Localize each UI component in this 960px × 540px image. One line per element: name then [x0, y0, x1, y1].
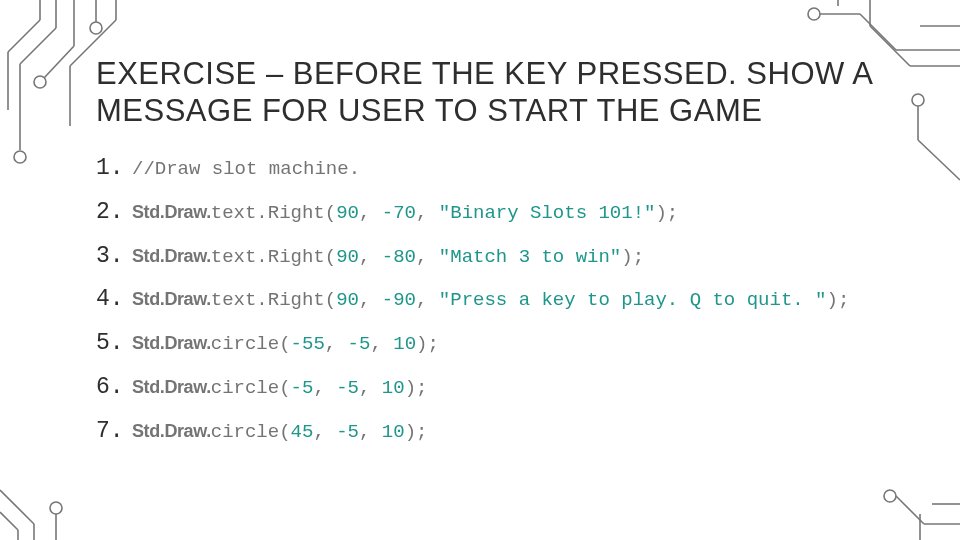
code-call: Std.Draw. — [132, 282, 211, 316]
svg-point-8 — [90, 22, 102, 34]
code-arg: -5 — [336, 370, 359, 406]
line-number: 4. — [96, 278, 132, 322]
code-arg: 45 — [291, 414, 314, 450]
slide: EXERCISE – BEFORE THE KEY PRESSED. SHOW … — [0, 0, 960, 540]
line-number: 1. — [96, 147, 132, 191]
code-string: "Match 3 to win" — [439, 239, 621, 275]
code-line-7: 7. Std.Draw. circle( 45 , -5 , 10 ); — [96, 410, 920, 454]
code-line-1: 1. //Draw slot machine. — [96, 147, 920, 191]
content-area: EXERCISE – BEFORE THE KEY PRESSED. SHOW … — [96, 55, 920, 453]
svg-point-33 — [884, 490, 896, 502]
code-fn: circle( — [211, 414, 291, 450]
code-comment: //Draw slot machine. — [132, 151, 360, 187]
svg-point-31 — [50, 502, 62, 514]
svg-point-3 — [14, 151, 26, 163]
code-line-2: 2. Std.Draw. text.Right( 90 , -70 , "Bin… — [96, 191, 920, 235]
code-arg: -5 — [291, 370, 314, 406]
code-line-3: 3. Std.Draw. text.Right( 90 , -80 , "Mat… — [96, 235, 920, 279]
svg-line-26 — [918, 140, 960, 180]
line-number: 6. — [96, 366, 132, 410]
code-string: "Press a key to play. Q to quit. " — [439, 282, 827, 318]
code-arg: -55 — [291, 326, 325, 362]
code-fn: text.Right( — [211, 239, 336, 275]
code-line-6: 6. Std.Draw. circle( -5 , -5 , 10 ); — [96, 366, 920, 410]
code-arg: -5 — [348, 326, 371, 362]
code-fn: text.Right( — [211, 195, 336, 231]
line-number: 2. — [96, 191, 132, 235]
code-arg: -80 — [382, 239, 416, 275]
code-call: Std.Draw. — [132, 370, 211, 404]
decoration-bottom-right — [860, 460, 960, 540]
code-arg: -70 — [382, 195, 416, 231]
code-arg: 90 — [336, 282, 359, 318]
code-arg: 10 — [393, 326, 416, 362]
code-arg: 90 — [336, 195, 359, 231]
code-arg: -5 — [336, 414, 359, 450]
line-number: 5. — [96, 322, 132, 366]
slide-title: EXERCISE – BEFORE THE KEY PRESSED. SHOW … — [96, 55, 920, 129]
svg-line-13 — [8, 20, 40, 52]
svg-line-1 — [20, 28, 56, 64]
code-call: Std.Draw. — [132, 414, 211, 448]
code-list: 1. //Draw slot machine. 2. Std.Draw. tex… — [96, 147, 920, 453]
svg-line-27 — [0, 490, 34, 524]
svg-point-6 — [34, 76, 46, 88]
line-number: 7. — [96, 410, 132, 454]
code-arg: -90 — [382, 282, 416, 318]
code-call: Std.Draw. — [132, 195, 211, 229]
code-call: Std.Draw. — [132, 239, 211, 273]
svg-point-15 — [808, 8, 820, 20]
code-call: Std.Draw. — [132, 326, 211, 360]
code-arg: 90 — [336, 239, 359, 275]
svg-line-29 — [0, 512, 18, 530]
code-line-5: 5. Std.Draw. circle( -55 , -5 , 10 ); — [96, 322, 920, 366]
code-fn: text.Right( — [211, 282, 336, 318]
code-fn: circle( — [211, 370, 291, 406]
code-arg: 10 — [382, 370, 405, 406]
code-fn: circle( — [211, 326, 291, 362]
code-arg: 10 — [382, 414, 405, 450]
code-string: "Binary Slots 101!" — [439, 195, 656, 231]
line-number: 3. — [96, 235, 132, 279]
code-line-4: 4. Std.Draw. text.Right( 90 , -90 , "Pre… — [96, 278, 920, 322]
svg-line-17 — [860, 14, 896, 50]
